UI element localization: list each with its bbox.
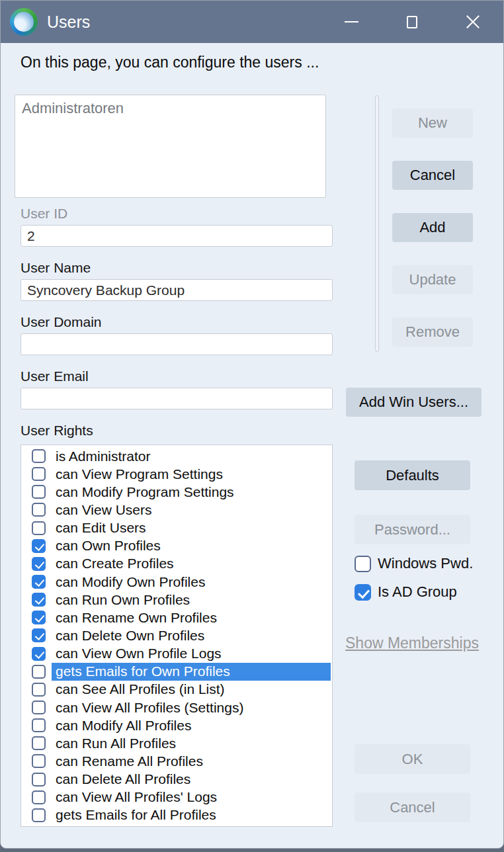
right-checkbox[interactable] — [32, 754, 46, 768]
checkbox-label: Windows Pwd. — [378, 555, 473, 572]
right-label: can Delete Own Profiles — [52, 626, 331, 644]
user-right-row[interactable]: can See All Profiles (in List) — [21, 681, 332, 699]
right-checkbox[interactable] — [32, 701, 46, 714]
checkbox-icon[interactable] — [355, 556, 371, 572]
right-label: gets Emails for All Profiles — [52, 806, 331, 824]
user-list-item[interactable]: Administratoren — [15, 98, 325, 119]
user-right-row[interactable]: can Delete All Profiles — [21, 771, 332, 788]
user-right-row[interactable]: gets Emails for Own Profiles — [21, 663, 332, 681]
field-label: User Domain — [21, 314, 333, 331]
user-right-row[interactable]: can View Users — [21, 501, 332, 519]
user-right-row[interactable]: can View All Profiles' Logs — [21, 788, 332, 806]
windows-pwd-checkbox[interactable]: Windows Pwd. — [355, 555, 473, 572]
right-checkbox[interactable] — [32, 773, 46, 787]
remove-button: Remove — [392, 318, 473, 347]
user-right-row[interactable]: can View Program Settings — [21, 465, 332, 483]
user-listbox[interactable]: Administratoren — [15, 95, 326, 198]
user-domain-input[interactable] — [21, 333, 333, 355]
right-checkbox[interactable] — [32, 521, 46, 535]
user-right-row[interactable]: can Modify Program Settings — [21, 483, 332, 501]
user-right-row[interactable]: gets Emails for All Profiles — [21, 806, 332, 824]
defaults-button[interactable]: Defaults — [355, 460, 470, 490]
add-win-users-button[interactable]: Add Win Users... — [346, 388, 482, 417]
cancel-button[interactable]: Cancel — [392, 161, 473, 190]
field-label: User Name — [21, 260, 333, 277]
ok-button: OK — [355, 744, 470, 774]
side-checkboxes: Windows Pwd. Is AD Group — [355, 555, 473, 612]
right-label: can Create Profiles — [52, 555, 331, 573]
right-label: can Modify All Profiles — [52, 716, 331, 734]
user-rights-list: is Administrator can View Program Settin… — [21, 445, 333, 827]
user-right-row[interactable]: can View Own Profile Logs — [21, 645, 332, 663]
checkbox-label: Is AD Group — [378, 583, 457, 601]
right-checkbox[interactable] — [32, 683, 46, 697]
right-checkbox[interactable] — [32, 557, 46, 571]
right-checkbox[interactable] — [32, 736, 46, 750]
right-label: can Run All Profiles — [52, 734, 331, 752]
right-checkbox[interactable] — [32, 449, 46, 463]
right-label: can Run Own Profiles — [52, 591, 331, 609]
add-button[interactable]: Add — [392, 213, 473, 242]
right-checkbox[interactable] — [32, 665, 46, 679]
right-label: can See All Profiles (in List) — [52, 681, 331, 699]
right-checkbox[interactable] — [32, 467, 46, 481]
user-right-row[interactable]: can Own Profiles — [21, 537, 332, 555]
right-label: is Administrator — [52, 447, 331, 465]
right-label: can Modify Own Profiles — [52, 573, 331, 591]
checkbox-icon[interactable] — [355, 584, 371, 601]
right-checkbox[interactable] — [32, 647, 46, 661]
user-right-row[interactable]: can Delete Own Profiles — [21, 626, 332, 644]
user-right-row[interactable]: can View All Profiles (Settings) — [21, 699, 332, 716]
user-right-row[interactable]: can Run All Profiles — [21, 734, 332, 752]
right-label: can View All Profiles (Settings) — [52, 699, 331, 716]
is-ad-group-checkbox[interactable]: Is AD Group — [355, 583, 473, 601]
field-group: User Domain — [21, 314, 333, 355]
user-name-input[interactable] — [21, 279, 333, 301]
close-button[interactable] — [442, 1, 503, 43]
minimize-button[interactable] — [321, 1, 382, 43]
right-checkbox[interactable] — [32, 503, 46, 517]
right-label: can Modify Program Settings — [52, 483, 331, 501]
title-bar: Users — [1, 1, 503, 43]
user-right-row[interactable]: is Administrator — [21, 447, 332, 465]
right-checkbox[interactable] — [32, 539, 46, 553]
show-memberships-link[interactable]: Show Memberships — [345, 634, 479, 652]
field-group: User Email — [21, 368, 333, 409]
user-right-row[interactable]: can Rename All Profiles — [21, 752, 332, 770]
right-label: can View Users — [52, 501, 331, 519]
right-checkbox[interactable] — [32, 790, 46, 804]
right-checkbox[interactable] — [32, 485, 46, 499]
side-buttons: New Cancel Add Update Remove — [392, 108, 473, 347]
maximize-icon — [407, 16, 417, 28]
right-checkbox[interactable] — [32, 718, 46, 732]
right-checkbox[interactable] — [32, 593, 46, 607]
user-right-row[interactable]: can Modify All Profiles — [21, 716, 332, 734]
user-right-row[interactable]: can Edit Users — [21, 519, 332, 537]
right-label: can View Own Profile Logs — [52, 645, 331, 663]
right-checkbox[interactable] — [32, 611, 46, 624]
user-right-row[interactable]: can Create Profiles — [21, 555, 332, 573]
password-button: Password... — [355, 515, 470, 544]
right-checkbox[interactable] — [32, 628, 46, 642]
minimize-icon — [345, 21, 358, 22]
right-label: can Edit Users — [52, 519, 331, 537]
user-id-input[interactable] — [21, 225, 333, 247]
fields-column: User ID User Name User Domain User Email — [21, 206, 333, 827]
right-checkbox[interactable] — [32, 808, 46, 822]
right-label: can View Program Settings — [52, 465, 331, 483]
user-right-row[interactable]: can Modify Own Profiles — [21, 573, 332, 591]
syncovery-logo-icon — [10, 8, 38, 36]
right-label: can Delete All Profiles — [52, 771, 331, 788]
update-button: Update — [392, 265, 473, 294]
right-label: can View All Profiles' Logs — [52, 788, 331, 806]
field-label: User Email — [21, 368, 333, 386]
user-right-row[interactable]: can Run Own Profiles — [21, 591, 332, 609]
maximize-button[interactable] — [382, 1, 442, 43]
user-right-row[interactable]: can Rename Own Profiles — [21, 609, 332, 626]
right-label: can Rename Own Profiles — [52, 609, 331, 626]
new-button: New — [392, 108, 473, 138]
user-email-input[interactable] — [21, 388, 333, 409]
field-label: User ID — [21, 206, 333, 223]
user-rights-label: User Rights — [21, 423, 333, 439]
right-checkbox[interactable] — [32, 575, 46, 589]
